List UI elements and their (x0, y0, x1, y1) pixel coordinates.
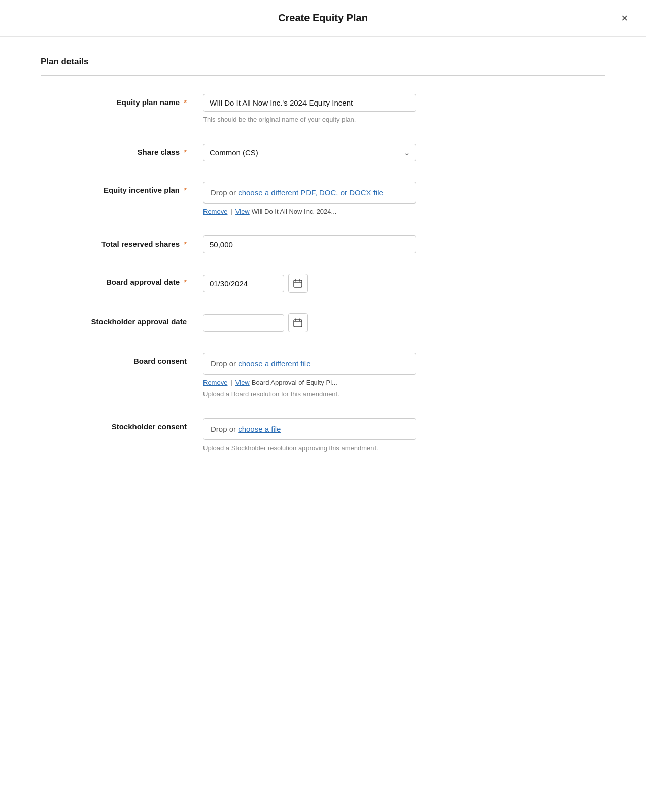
stockholder-consent-row: Stockholder consent Drop or choose a fil… (41, 418, 605, 452)
board-approval-date-row: Board approval date * (41, 274, 605, 293)
equity-plan-name-row: Equity plan name * This should be the or… (41, 94, 605, 123)
stockholder-approval-date-wrapper (203, 313, 416, 332)
stockholder-approval-date-label: Stockholder approval date (41, 313, 203, 326)
section-title: Plan details (41, 57, 605, 67)
board-consent-view-link[interactable]: View (235, 379, 250, 386)
total-reserved-shares-input[interactable] (203, 235, 416, 253)
board-approval-date-wrapper (203, 274, 416, 293)
equity-incentive-plan-drop-text: Drop or (211, 188, 238, 197)
stockholder-approval-date-calendar-icon[interactable] (288, 313, 308, 332)
equity-incentive-plan-row: Equity incentive plan * Drop or choose a… (41, 182, 605, 215)
share-class-row: Share class * Common (CS) Preferred (PS)… (41, 144, 605, 161)
total-reserved-shares-row: Total reserved shares * (41, 235, 605, 253)
board-approval-date-label: Board approval date * (41, 274, 203, 286)
equity-plan-name-label: Equity plan name * (41, 94, 203, 107)
stockholder-approval-date-input[interactable] (203, 314, 284, 332)
stockholder-consent-drop-link[interactable]: choose a file (238, 425, 281, 433)
share-class-label: Share class * (41, 144, 203, 156)
board-consent-drop-text: Drop or (211, 359, 238, 368)
calendar-svg (293, 279, 302, 288)
stockholder-consent-field: Drop or choose a file Upload a Stockhold… (203, 418, 416, 452)
svg-rect-4 (294, 320, 302, 327)
required-star-share: * (184, 148, 187, 156)
board-consent-label: Board consent (41, 353, 203, 365)
stockholder-approval-date-field (203, 313, 416, 332)
equity-incentive-plan-remove-link[interactable]: Remove (203, 208, 227, 215)
equity-incentive-plan-file-name: WIll Do It All Now Inc. 2024... (252, 208, 337, 215)
board-consent-hint: Upload a Board resolution for this amend… (203, 390, 416, 398)
file-separator: | (230, 208, 232, 215)
board-consent-remove-link[interactable]: Remove (203, 379, 227, 386)
equity-incentive-plan-drop-area[interactable]: Drop or choose a different PDF, DOC, or … (203, 182, 416, 204)
section-divider (41, 75, 605, 76)
stockholder-consent-drop-text: Drop or (211, 425, 238, 433)
equity-plan-name-input[interactable] (203, 94, 416, 112)
board-consent-field: Drop or choose a different file Remove |… (203, 353, 416, 398)
file-separator-bc: | (230, 379, 232, 386)
equity-plan-name-hint: This should be the original name of your… (203, 116, 416, 123)
svg-rect-0 (294, 280, 302, 287)
create-equity-plan-modal: Create Equity Plan × Plan details Equity… (0, 0, 646, 812)
modal-title: Create Equity Plan (278, 12, 368, 24)
total-reserved-shares-field (203, 235, 416, 253)
share-class-select[interactable]: Common (CS) Preferred (PS) (203, 144, 416, 161)
required-star-eip: * (184, 186, 187, 194)
board-approval-date-input[interactable] (203, 275, 284, 292)
share-class-field: Common (CS) Preferred (PS) ⌄ (203, 144, 416, 161)
modal-header: Create Equity Plan × (0, 0, 646, 37)
board-consent-drop-link[interactable]: choose a different file (238, 359, 310, 368)
required-star-trs: * (184, 240, 187, 248)
modal-body: Plan details Equity plan name * This sho… (0, 37, 646, 812)
stockholder-consent-drop-area[interactable]: Drop or choose a file (203, 418, 416, 440)
required-star-bad: * (184, 278, 187, 286)
board-approval-date-field (203, 274, 416, 293)
stockholder-approval-date-row: Stockholder approval date (41, 313, 605, 332)
close-button[interactable]: × (619, 11, 630, 26)
stockholder-consent-hint: Upload a Stockholder resolution approvin… (203, 444, 416, 452)
board-consent-actions: Remove | View Board Approval of Equity P… (203, 379, 416, 386)
stockholder-consent-label: Stockholder consent (41, 418, 203, 431)
calendar-svg-2 (293, 318, 302, 327)
equity-incentive-plan-drop-link[interactable]: choose a different PDF, DOC, or DOCX fil… (238, 188, 383, 197)
required-star: * (184, 98, 187, 107)
board-consent-drop-area[interactable]: Drop or choose a different file (203, 353, 416, 375)
equity-incentive-plan-actions: Remove | View WIll Do It All Now Inc. 20… (203, 208, 416, 215)
board-approval-date-calendar-icon[interactable] (288, 274, 308, 293)
share-class-select-wrapper: Common (CS) Preferred (PS) ⌄ (203, 144, 416, 161)
equity-plan-name-field: This should be the original name of your… (203, 94, 416, 123)
equity-incentive-plan-field: Drop or choose a different PDF, DOC, or … (203, 182, 416, 215)
board-consent-file-name: Board Approval of Equity Pl... (252, 379, 337, 386)
equity-incentive-plan-view-link[interactable]: View (235, 208, 250, 215)
total-reserved-shares-label: Total reserved shares * (41, 235, 203, 248)
equity-incentive-plan-label: Equity incentive plan * (41, 182, 203, 194)
board-consent-row: Board consent Drop or choose a different… (41, 353, 605, 398)
